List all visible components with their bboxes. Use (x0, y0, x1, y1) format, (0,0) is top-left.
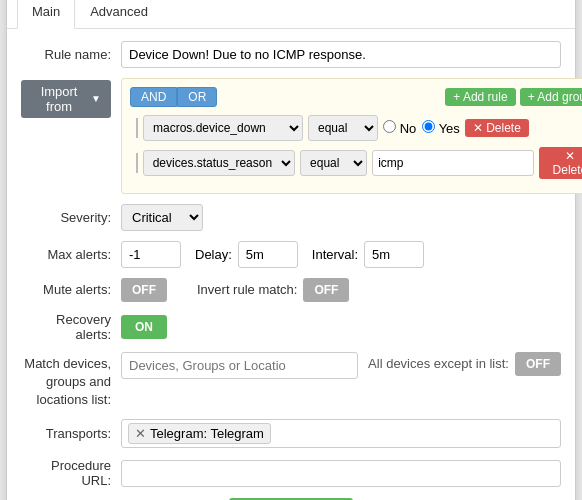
procedure-input[interactable] (121, 460, 561, 487)
conditions-section: Import from ▼ AND OR + Add rule + Add gr… (21, 78, 561, 194)
condition-field-1[interactable]: macros.device_down (143, 115, 303, 141)
conditions-area: AND OR + Add rule + Add group macros.dev… (121, 78, 582, 194)
invert-label: Invert rule match: (197, 282, 297, 297)
delay-label: Delay: (195, 247, 232, 262)
tab-main[interactable]: Main (17, 0, 75, 29)
condition-value-2[interactable] (372, 150, 534, 176)
max-alerts-input[interactable] (121, 241, 181, 268)
radio-yes-label: Yes (422, 120, 460, 136)
or-button[interactable]: OR (177, 87, 217, 107)
delete-condition-1-button[interactable]: ✕ Delete (465, 119, 529, 137)
delay-input[interactable] (238, 241, 298, 268)
radio-no[interactable] (383, 120, 396, 133)
severity-row: Severity: Critical Warning Info (21, 204, 561, 231)
procedure-row: Procedure URL: (21, 458, 561, 488)
interval-label: Interval: (312, 247, 358, 262)
recovery-label: Recovery alerts: (21, 312, 121, 342)
dropdown-arrow-icon: ▼ (91, 93, 101, 104)
mute-label: Mute alerts: (21, 282, 121, 297)
tabs-bar: Main Advanced (7, 0, 575, 29)
condition-operator-1[interactable]: equal (308, 115, 378, 141)
transport-tag-label: Telegram: Telegram (150, 426, 264, 441)
import-button[interactable]: Import from ▼ (21, 80, 111, 118)
mute-toggle[interactable]: OFF (121, 278, 167, 302)
condition-line-1 (130, 118, 138, 138)
invert-section: Invert rule match: OFF (197, 278, 349, 302)
add-buttons: + Add rule + Add group (445, 88, 582, 106)
rule-name-label: Rule name: (21, 47, 121, 62)
condition-value-radio-1: No Yes (383, 120, 460, 136)
alerts-row: Max alerts: Delay: Interval: (21, 241, 561, 268)
recovery-row: Recovery alerts: ON (21, 312, 561, 342)
condition-field-2[interactable]: devices.status_reason (143, 150, 295, 176)
delete-condition-2-button[interactable]: ✕ Delete (539, 147, 582, 179)
procedure-label: Procedure URL: (21, 458, 121, 488)
rule-name-input[interactable] (121, 41, 561, 68)
radio-no-label: No (383, 120, 416, 136)
severity-label: Severity: (21, 210, 121, 225)
all-devices-toggle[interactable]: OFF (515, 352, 561, 376)
condition-row-1: macros.device_down equal No Yes ✕ Delete (130, 115, 582, 141)
match-row: Match devices, groups and locations list… (21, 352, 561, 410)
condition-line-2 (130, 153, 138, 173)
add-rule-button[interactable]: + Add rule (445, 88, 515, 106)
recovery-toggle[interactable]: ON (121, 315, 167, 339)
and-or-row: AND OR + Add rule + Add group (130, 87, 582, 107)
all-devices-section: All devices except in list: OFF (368, 352, 561, 376)
interval-input[interactable] (364, 241, 424, 268)
condition-operator-2[interactable]: equal (300, 150, 367, 176)
alert-rule-modal: Alert Rule :: 📄 Docs × Main Advanced Rul… (6, 0, 576, 500)
transports-row: Transports: ✕ Telegram: Telegram (21, 419, 561, 448)
severity-select[interactable]: Critical Warning Info (121, 204, 203, 231)
tab-advanced[interactable]: Advanced (75, 0, 163, 28)
match-input[interactable] (121, 352, 358, 379)
all-devices-label: All devices except in list: (368, 356, 509, 371)
condition-row-2: devices.status_reason equal ✕ Delete (130, 147, 582, 179)
match-label: Match devices, groups and locations list… (21, 352, 121, 410)
transports-input[interactable]: ✕ Telegram: Telegram (121, 419, 561, 448)
transport-tag: ✕ Telegram: Telegram (128, 423, 271, 444)
and-or-toggle: AND OR (130, 87, 217, 107)
invert-toggle[interactable]: OFF (303, 278, 349, 302)
add-group-button[interactable]: + Add group (520, 88, 582, 106)
import-area: Import from ▼ (21, 78, 121, 118)
modal-body: Rule name: Import from ▼ AND OR + Add ru (7, 29, 575, 500)
transport-tag-x[interactable]: ✕ (135, 426, 146, 441)
max-alerts-label: Max alerts: (21, 247, 121, 262)
import-label: Import from (31, 84, 87, 114)
mute-row: Mute alerts: OFF Invert rule match: OFF (21, 278, 561, 302)
rule-name-row: Rule name: (21, 41, 561, 68)
and-button[interactable]: AND (130, 87, 177, 107)
transports-label: Transports: (21, 426, 121, 441)
radio-yes[interactable] (422, 120, 435, 133)
